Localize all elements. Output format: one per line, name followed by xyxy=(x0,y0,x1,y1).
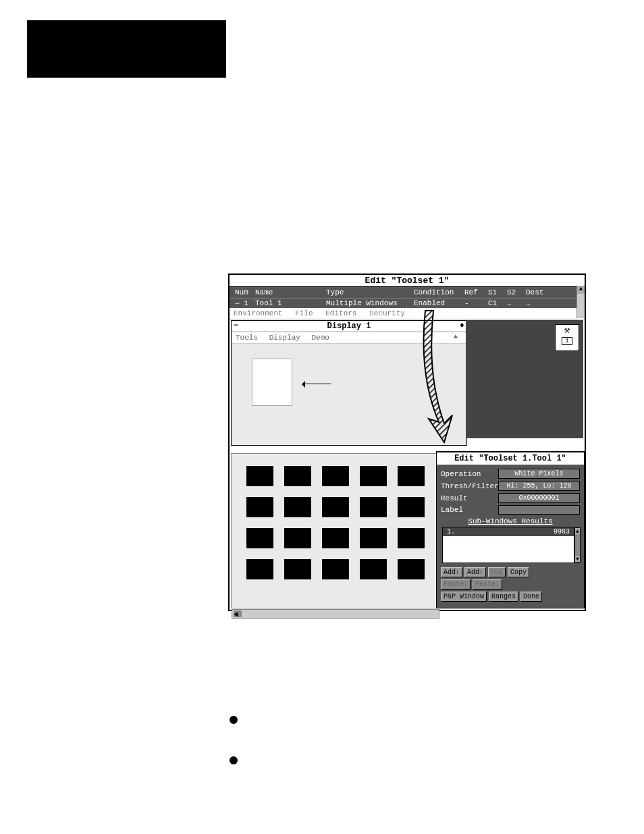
menu-display[interactable]: Display xyxy=(269,334,300,342)
display-title-text: Display 1 xyxy=(327,321,371,331)
menu-security[interactable]: Security xyxy=(369,309,405,317)
camera-image-panel: ◄ xyxy=(231,453,440,608)
paste-down-button[interactable]: Paste↓ xyxy=(441,579,471,590)
result-value: 0x00000001 xyxy=(498,493,580,503)
grid-dot xyxy=(246,497,273,517)
row-num: → 1 xyxy=(232,299,252,307)
display-window: − Display 1 ♦ Tools Display Demo ▲ xyxy=(231,320,467,446)
menu-demo[interactable]: Demo xyxy=(311,334,329,342)
col-name: Name xyxy=(252,288,323,296)
grid-dot xyxy=(322,497,349,517)
grid-dot xyxy=(398,559,425,579)
workspace-background: ⚒ 1 xyxy=(466,320,583,438)
maximize-icon[interactable]: ♦ xyxy=(460,321,464,330)
sub-windows-list[interactable]: 1. 9983 ▲ ▼ xyxy=(442,527,574,563)
placed-sub-window[interactable] xyxy=(252,359,292,406)
grid-dot xyxy=(360,466,387,486)
menu-file[interactable]: File xyxy=(295,309,313,317)
grid-dot xyxy=(322,466,349,486)
col-s2: S2 xyxy=(504,288,523,296)
row-s1: C1 xyxy=(485,299,504,307)
grid-dot xyxy=(360,528,387,548)
col-dest: Dest xyxy=(523,288,547,296)
grid-dot xyxy=(246,466,273,486)
bullet-icon xyxy=(230,716,238,724)
sub-windows-header: Sub-Windows Results xyxy=(441,517,580,525)
done-button[interactable]: Done xyxy=(520,592,542,602)
horizontal-scrollbar[interactable]: ◄ xyxy=(232,609,439,619)
row-dest: … xyxy=(523,299,547,307)
add-up-button[interactable]: Add↑ xyxy=(464,567,486,577)
display-menu-bar: Tools Display Demo ▲ xyxy=(232,332,466,344)
grid-dot xyxy=(246,559,273,579)
grid-dot xyxy=(360,497,387,517)
grid-dot xyxy=(246,528,273,548)
tools-glyph-icon: ⚒ xyxy=(556,325,579,336)
grid-dot xyxy=(398,528,425,548)
add-down-button[interactable]: Add↓ xyxy=(441,567,462,577)
sub-window-index: 1. xyxy=(447,528,455,536)
sub-window-value: 9983 xyxy=(554,528,570,536)
sub-list-scrollbar[interactable]: ▲ ▼ xyxy=(574,527,581,563)
grid-dot xyxy=(284,528,311,548)
tool-list-header: Num Name Type Condition Ref S1 S2 Dest xyxy=(230,287,585,298)
grid-dot xyxy=(360,559,387,579)
tool-list-row[interactable]: → 1 Tool 1 Multiple Windows Enabled - C1… xyxy=(230,298,585,308)
scroll-left-icon[interactable]: ◄ xyxy=(234,610,242,617)
toolset-number: 1 xyxy=(562,337,572,345)
grid-dot xyxy=(322,528,349,548)
tool-editor-title: Edit "Toolset 1.Tool 1" xyxy=(437,452,584,465)
menu-editors[interactable]: Editors xyxy=(325,309,356,317)
toolset-icon[interactable]: ⚒ 1 xyxy=(555,324,579,351)
col-ref: Ref xyxy=(462,288,485,296)
row-s2: … xyxy=(504,299,523,307)
bullet-icon xyxy=(230,756,238,764)
thresh-label: Thresh/Filter xyxy=(441,482,498,490)
col-condition: Condition xyxy=(411,288,462,296)
row-type: Multiple Windows xyxy=(323,299,411,307)
thresh-value[interactable]: Hi: 255, Lo: 128 xyxy=(498,481,580,491)
scroll-up-icon[interactable]: ▲ xyxy=(577,286,585,294)
col-s1: S1 xyxy=(485,288,504,296)
scroll-down-icon[interactable]: ▼ xyxy=(575,556,580,562)
scroll-up-icon[interactable]: ▲ xyxy=(575,528,580,534)
inner-menu-bar: Environment File Editors Security xyxy=(230,308,585,319)
toolset-window-title: Edit "Toolset 1" xyxy=(230,275,585,287)
pp-window-button[interactable]: P&P Window xyxy=(441,592,487,602)
display-title-bar: − Display 1 ♦ xyxy=(232,321,466,332)
row-ref: - xyxy=(462,299,485,307)
label-label: Label xyxy=(441,506,498,514)
col-type: Type xyxy=(323,288,411,296)
row-condition: Enabled xyxy=(411,299,462,307)
result-label: Result xyxy=(441,494,498,502)
operation-label: Operation xyxy=(441,470,498,478)
tool-editor-panel: Edit "Toolset 1.Tool 1" Operation White … xyxy=(436,451,585,608)
scroll-up-icon[interactable]: ▲ xyxy=(454,333,458,340)
label-value[interactable] xyxy=(498,505,580,515)
copy-button[interactable]: Copy xyxy=(508,567,529,577)
sample-image-grid xyxy=(244,466,427,581)
operation-value[interactable]: White Pixels xyxy=(498,469,580,479)
cut-button[interactable]: Cut xyxy=(488,567,506,577)
ranges-button[interactable]: Ranges xyxy=(489,592,518,602)
grid-dot xyxy=(322,559,349,579)
grid-dot xyxy=(284,497,311,517)
vertical-scrollbar[interactable]: ▲ xyxy=(576,286,585,318)
edit-toolset-window: Edit "Toolset 1" ▲ Num Name Type Conditi… xyxy=(228,273,586,611)
grid-dot xyxy=(398,497,425,517)
col-num: Num xyxy=(232,288,252,296)
grid-dot xyxy=(284,466,311,486)
paste-up-button[interactable]: Paste↑ xyxy=(473,579,502,590)
row-name: Tool 1 xyxy=(252,299,323,307)
callout-arrow-icon xyxy=(297,380,385,389)
display-canvas[interactable] xyxy=(232,344,466,445)
sub-window-row[interactable]: 1. 9983 xyxy=(443,527,574,536)
sysmenu-icon[interactable]: − xyxy=(234,321,238,330)
grid-dot xyxy=(284,559,311,579)
menu-tools[interactable]: Tools xyxy=(236,334,258,342)
grid-dot xyxy=(398,466,425,486)
menu-environment[interactable]: Environment xyxy=(234,309,283,317)
chapter-heading-block xyxy=(27,20,226,78)
